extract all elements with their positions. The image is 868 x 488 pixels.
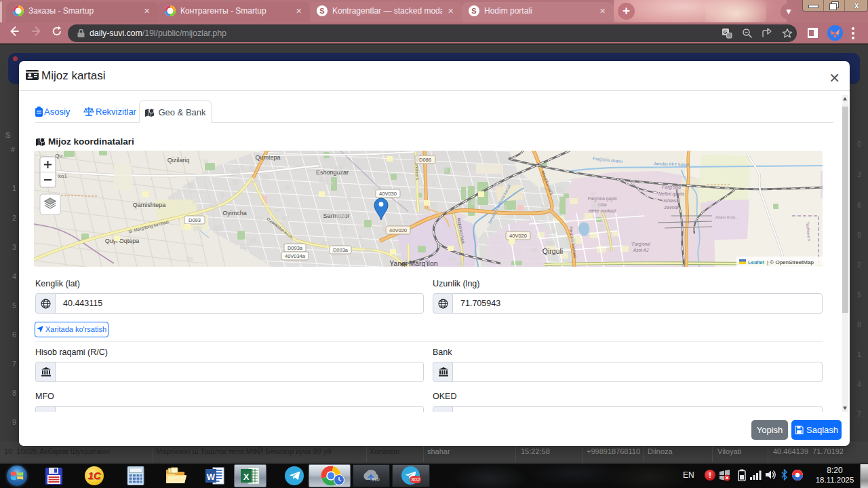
svg-text:Yangi Marg'ilon: Yangi Marg'ilon bbox=[389, 259, 437, 267]
svg-text:W: W bbox=[207, 472, 216, 482]
svg-text:D086: D086 bbox=[419, 157, 431, 163]
svg-text:40V034a: 40V034a bbox=[285, 253, 306, 259]
svg-text:Neftni qayta: Neftni qayta bbox=[658, 191, 684, 197]
svg-text:Quyi Oqtepa: Quyi Oqtepa bbox=[105, 238, 140, 244]
svg-text:| © OpenStreetMap: | © OpenStreetMap bbox=[767, 259, 814, 265]
svg-text:Farg'ona qayta: Farg'ona qayta bbox=[588, 196, 617, 202]
svg-text:ko1: ko1 bbox=[58, 173, 67, 179]
svg-text:D093: D093 bbox=[189, 217, 201, 223]
svg-text:Farg'ona: Farg'ona bbox=[662, 184, 681, 190]
svg-text:D093a: D093a bbox=[288, 245, 303, 251]
svg-text:40V020: 40V020 bbox=[509, 233, 527, 239]
svg-text:Azam Ko'p...: Azam Ko'p... bbox=[715, 215, 738, 219]
svg-text:Leaflet: Leaflet bbox=[748, 259, 765, 265]
svg-text:40V030: 40V030 bbox=[379, 191, 397, 197]
svg-text:Oyimcha: Oyimcha bbox=[222, 210, 247, 217]
svg-text:ishlash: ishlash bbox=[664, 198, 679, 204]
svg-text:elektr markazi: elektr markazi bbox=[589, 208, 616, 213]
svg-text:Qu...: Qu... bbox=[55, 153, 66, 159]
svg-text:zavodi: zavodi bbox=[664, 204, 679, 210]
svg-text:Qirguli: Qirguli bbox=[542, 247, 563, 255]
svg-text:Azot AJ: Azot AJ bbox=[633, 248, 649, 252]
svg-text:'Farg'ona': 'Farg'ona' bbox=[631, 242, 651, 247]
svg-text:Qumtepa: Qumtepa bbox=[255, 154, 280, 161]
svg-text:40V020: 40V020 bbox=[389, 227, 407, 233]
svg-text:X: X bbox=[243, 472, 250, 482]
svg-text:Qamishtepa: Qamishtepa bbox=[133, 202, 166, 208]
svg-text:Qizilariq: Qizilariq bbox=[167, 157, 190, 164]
